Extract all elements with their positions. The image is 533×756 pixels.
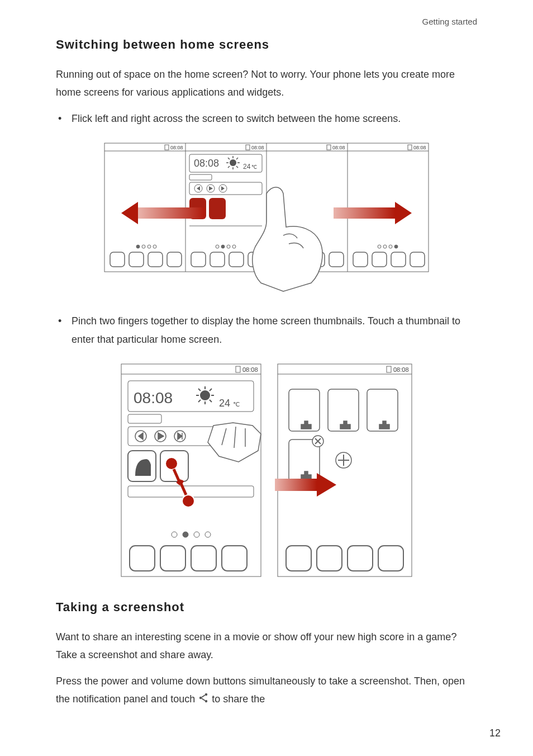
bullet-list-1: Flick left and right across the screen t…: [56, 110, 477, 127]
svg-rect-46: [210, 252, 225, 267]
svg-point-29: [136, 245, 140, 248]
svg-rect-85: [160, 546, 185, 571]
svg-rect-88: [278, 364, 412, 577]
svg-point-30: [142, 245, 145, 248]
hand-icon-2: [208, 423, 261, 462]
temp-unit-2: ℃: [233, 401, 240, 408]
svg-rect-47: [229, 252, 244, 267]
hand-icon: [253, 187, 322, 291]
screenshot-para2: Press the power and volume down buttons …: [56, 672, 477, 708]
status-time-3: 08:08: [332, 145, 345, 150]
svg-line-67: [210, 400, 212, 402]
svg-point-35: [227, 245, 230, 248]
home-icon: [379, 421, 389, 429]
svg-rect-84: [130, 546, 155, 571]
svg-rect-19: [189, 174, 212, 180]
bullet-list-2: Pinch two fingers together to display th…: [56, 312, 477, 348]
sun-icon: [226, 156, 240, 169]
svg-point-37: [378, 245, 381, 248]
svg-point-38: [383, 245, 387, 248]
bullet-pinch: Pinch two fingers together to display th…: [56, 312, 477, 348]
svg-point-83: [205, 532, 211, 537]
status-time-4: 08:08: [413, 145, 426, 150]
home-icon: [340, 421, 350, 429]
intro-paragraph: Running out of space on the home screen?…: [56, 65, 477, 102]
status-time-1: 08:08: [170, 145, 183, 150]
svg-point-39: [389, 245, 392, 248]
temp-unit: ℃: [251, 164, 257, 170]
svg-rect-100: [286, 546, 311, 571]
screenshot-para2b: to share the: [212, 693, 265, 705]
svg-rect-87: [222, 546, 247, 571]
svg-point-34: [221, 245, 225, 248]
svg-point-33: [216, 245, 219, 248]
svg-rect-101: [317, 546, 342, 571]
svg-rect-20: [189, 182, 262, 195]
svg-line-108: [202, 698, 205, 701]
svg-line-68: [198, 400, 201, 402]
svg-rect-43: [148, 252, 163, 267]
svg-line-17: [228, 166, 230, 168]
svg-rect-53: [353, 252, 368, 267]
svg-rect-7: [327, 145, 331, 150]
svg-point-10: [230, 159, 236, 166]
svg-rect-6: [246, 145, 250, 150]
clock-time: 08:08: [194, 158, 219, 169]
svg-point-31: [147, 245, 151, 248]
svg-point-32: [153, 245, 156, 248]
sun-icon-2: [196, 386, 214, 404]
svg-rect-70: [128, 414, 161, 423]
svg-rect-52: [329, 252, 344, 267]
page-number: 12: [489, 727, 501, 739]
svg-line-69: [210, 389, 212, 391]
svg-point-105: [199, 697, 202, 699]
page: Getting started Switching between home s…: [0, 0, 533, 756]
svg-line-66: [198, 389, 201, 391]
header-section-label: Getting started: [56, 17, 477, 26]
temperature-2: 24: [219, 398, 230, 409]
clock-time-2: 08:08: [134, 389, 173, 407]
add-screen-icon: [336, 452, 351, 468]
svg-point-81: [183, 532, 188, 537]
figure-pinch: 08:08 08:08 24 ℃: [56, 358, 477, 584]
svg-line-18: [236, 158, 238, 159]
home-icon: [301, 471, 311, 479]
status-time-right: 08:08: [393, 366, 409, 373]
svg-rect-103: [378, 546, 403, 571]
pinch-gesture-icon: [165, 457, 194, 507]
svg-rect-99: [275, 479, 317, 491]
svg-rect-90: [387, 366, 391, 372]
svg-rect-86: [191, 546, 216, 571]
svg-line-16: [236, 166, 238, 168]
svg-rect-5: [165, 145, 169, 150]
arrow-right-icon: [334, 202, 412, 224]
svg-rect-42: [129, 252, 144, 267]
svg-point-78: [165, 457, 178, 470]
home-icon: [301, 421, 311, 429]
status-time-2: 08:08: [251, 145, 264, 150]
heading-switching: Switching between home screens: [56, 37, 477, 52]
svg-point-61: [200, 390, 210, 400]
svg-point-82: [194, 532, 199, 537]
svg-rect-55: [391, 252, 406, 267]
media-prev-icon: [194, 185, 202, 192]
svg-rect-25: [209, 198, 226, 219]
svg-rect-44: [167, 252, 182, 267]
screenshot-para1: Want to share an interesting scene in a …: [56, 628, 477, 664]
delete-thumbnail-icon: [312, 436, 323, 447]
svg-rect-8: [408, 145, 412, 150]
svg-rect-56: [410, 252, 425, 267]
share-icon: [198, 692, 209, 703]
media-next-icon: [219, 185, 227, 192]
bullet-flick: Flick left and right across the screen t…: [56, 110, 477, 127]
svg-point-80: [172, 532, 177, 537]
svg-point-36: [232, 245, 236, 248]
svg-rect-45: [191, 252, 206, 267]
status-time-left: 08:08: [242, 366, 258, 373]
figure-flick: 08:08 08:08 08:08 08:08 08:08: [56, 138, 477, 296]
svg-rect-27: [138, 207, 205, 219]
svg-line-15: [228, 158, 230, 159]
svg-rect-102: [348, 546, 373, 571]
svg-rect-54: [372, 252, 387, 267]
svg-rect-59: [236, 366, 240, 372]
